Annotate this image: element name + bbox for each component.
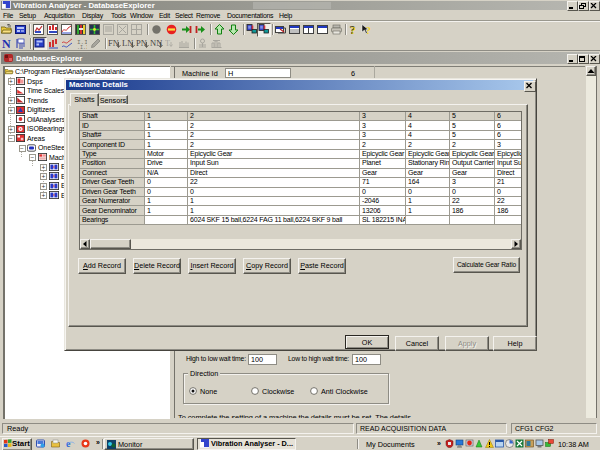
svg-text:T: T	[165, 39, 170, 48]
svg-text:.I.I: .I.I	[77, 45, 87, 49]
svg-text:N: N	[2, 38, 11, 49]
svg-text:?: ?	[351, 24, 357, 35]
